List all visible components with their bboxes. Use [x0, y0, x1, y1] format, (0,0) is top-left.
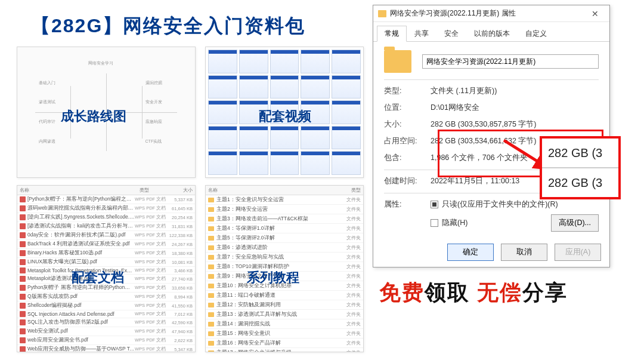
folder-row[interactable]: 主题17：网络安全之运维与升级文件夹: [206, 348, 363, 352]
pdf-icon: [20, 328, 26, 334]
pdf-icon: [20, 346, 26, 352]
cancel-button[interactable]: 取消: [501, 244, 547, 261]
pdf-icon: [20, 267, 26, 273]
folder-icon: [208, 245, 214, 250]
pdf-icon: [20, 294, 26, 300]
folder-row[interactable]: 主题12：安防触及漏洞利用文件夹: [206, 300, 363, 310]
pdf-icon: [20, 232, 26, 238]
folder-row[interactable]: 主题14：漏洞挖掘实战文件夹: [206, 319, 363, 329]
value-type: 文件夹 (.11月更新)): [431, 86, 599, 96]
tab-security[interactable]: 安全: [436, 26, 466, 41]
checkbox-hidden[interactable]: [431, 219, 438, 227]
file-row[interactable]: Python灰帽子 黑客与逆向工程师的Python编程之道.pdfWPS PDF…: [17, 284, 195, 293]
window-title: 网络安全学习资源(2022.11月更新) 属性: [390, 8, 584, 19]
label-size: 大小:: [384, 119, 431, 130]
tutorials-label: 系列教程: [247, 269, 299, 287]
folder-row[interactable]: 主题2：网络安全运营文件夹: [206, 205, 363, 214]
advanced-button[interactable]: 高级(D)...: [551, 214, 599, 232]
file-row[interactable]: Q版黑客实战攻防.pdfWPS PDF 文档8,994 KB: [17, 293, 195, 302]
pdf-icon: [20, 223, 26, 229]
folder-icon: [208, 312, 214, 317]
apply-button[interactable]: 应用(A): [555, 244, 601, 261]
label-attributes: 属性:: [384, 199, 431, 210]
tab-share[interactable]: 共享: [407, 26, 436, 41]
folder-row[interactable]: 主题4：等保测评1.0详解文件夹: [206, 224, 363, 233]
folder-icon: [208, 350, 214, 353]
folder-row[interactable]: 主题5：等保测评2.0详解文件夹: [206, 233, 363, 243]
tab-general[interactable]: 常规: [377, 26, 407, 42]
file-row[interactable]: 源码web漏洞挖掘实战指南分析及编程内部途径.pdfWPS PDF 文档61,6…: [17, 204, 195, 213]
videos-label: 配套视频: [259, 107, 311, 125]
docs-header: 名称 类型 大小: [17, 186, 195, 195]
folder-icon: [208, 341, 214, 346]
tab-strip: 常规 共享 安全 以前的版本 自定义: [373, 22, 609, 42]
folder-icon: [208, 236, 214, 241]
folder-icon: [208, 264, 214, 269]
label-type: 类型:: [384, 86, 431, 96]
folder-icon: [378, 10, 386, 17]
docs-thumbnail: 名称 类型 大小 [Python灰帽子：黑客与逆向]Python编程之黑客攻击手…: [17, 185, 196, 352]
folder-icon: [208, 331, 214, 336]
pdf-icon: [20, 241, 26, 247]
zoom-line-2: 282 GB (3: [542, 167, 618, 197]
folder-row[interactable]: 主题13：渗透测试工具详解与实战文件夹: [206, 310, 363, 319]
folder-row[interactable]: 主题11：端口令破解通道文件夹: [206, 291, 363, 300]
file-row[interactable]: Web应用安全威胁与防御——基于OWASP Top 10与ESAPI 的详解篇.…: [17, 345, 195, 352]
file-row[interactable]: Web安全测试.pdfWPS PDF 文档47,940 KB: [17, 327, 195, 336]
slogan: 免费领取 无偿分享: [379, 278, 568, 307]
pdf-icon: [20, 259, 26, 265]
value-location: D:\01网络安全: [431, 103, 599, 113]
checkbox-readonly[interactable]: [431, 201, 438, 208]
tutorials-header: 名称 类型: [206, 186, 363, 195]
file-row[interactable]: Metasploit Toolkit for Penetration Testi…: [17, 267, 195, 275]
file-row[interactable]: BackTrack 4 利用渗透测试保证系统安全.pdfWPS PDF 文档24…: [17, 240, 195, 249]
pdf-icon: [20, 311, 26, 317]
readonly-label: 只读(仅应用于文件夹中的文件)(R): [442, 199, 558, 210]
file-row[interactable]: web应用安全漏洞全书.pdfWPS PDF 文档2,622 KB: [17, 336, 195, 345]
tab-previous[interactable]: 以前的版本: [466, 26, 518, 41]
file-row[interactable]: Binary.Hacks 黑客秘笈100选.pdfWPS PDF 文档18,38…: [17, 249, 195, 258]
page-title: 【282G】网络安全入门资料包: [31, 13, 305, 39]
file-row[interactable]: [逆向工程实践].Syngress.Sockets.Shellcode.Port…: [17, 213, 195, 222]
folder-icon: [208, 255, 214, 260]
label-contains: 包含:: [384, 153, 431, 163]
pdf-icon: [20, 276, 26, 282]
pdf-icon: [20, 214, 26, 220]
pdf-icon: [20, 285, 26, 291]
file-row[interactable]: Shellcoder编程揭秘.pdfWPS PDF 文档41,550 KB: [17, 302, 195, 310]
folder-row[interactable]: 主题6：渗透测试进阶文件夹: [206, 243, 363, 253]
hidden-label: 隐藏(H): [442, 218, 467, 228]
folder-name-input[interactable]: [422, 54, 599, 69]
pdf-icon: [20, 303, 26, 309]
label-location: 位置:: [384, 103, 431, 113]
close-button[interactable]: ✕: [584, 7, 606, 20]
zoom-callout: 282 GB (3 282 GB (3: [540, 136, 621, 199]
file-row[interactable]: SQL Injection Attacks And Defense.pdfWPS…: [17, 310, 195, 318]
folder-row[interactable]: 主题3：网络攻击前沿——ATT&CK框架文件夹: [206, 214, 363, 224]
label-size-on-disk: 占用空间:: [384, 136, 431, 146]
tab-custom[interactable]: 自定义: [518, 26, 555, 41]
folder-row[interactable]: 主题7：安全应急响应与实战文件夹: [206, 253, 363, 262]
file-row[interactable]: [渗透测试实战指南：kali的攻击工具分析与检测.pdfWPS PDF 文档31…: [17, 222, 195, 231]
file-row[interactable]: Metasploit渗透测试指南.pdfWPS PDF 文档27,740 KB: [17, 275, 195, 284]
folder-icon: [208, 322, 214, 327]
label-created: 创建时间:: [384, 176, 431, 186]
folder-icon: [208, 274, 214, 279]
ok-button[interactable]: 确定: [447, 244, 494, 261]
folder-icon: [208, 226, 214, 231]
folder-icon: [208, 284, 214, 288]
folder-icon: [208, 207, 214, 212]
roadmap-label: 成长路线图: [61, 107, 126, 125]
value-size: 282 GB (303,530,857,875 字节): [431, 119, 599, 130]
zoom-line-1: 282 GB (3: [542, 139, 618, 167]
folder-row[interactable]: 主题1：安全意识与安全运营文件夹: [206, 195, 363, 205]
folder-row[interactable]: 主题16：网络安全产品详解文件夹: [206, 339, 363, 348]
folder-icon-large: [384, 50, 411, 73]
file-row[interactable]: SQL注入攻击与防御原书第2版.pdfWPS PDF 文档42,590 KB: [17, 318, 195, 327]
folder-icon: [208, 293, 214, 298]
folder-icon: [208, 217, 214, 222]
folder-row[interactable]: 主题15：网络安全意识文件夹: [206, 329, 363, 339]
file-row[interactable]: 0day安全：软件漏洞分析技术(第二版).pdfWPS PDF 文档122,33…: [17, 231, 195, 240]
file-row[interactable]: LINUX黑客大曝光(第三版).pdfWPS PDF 文档10,081 KB: [17, 258, 195, 267]
file-row[interactable]: [Python灰帽子：黑客与逆向]Python编程之黑客攻击手册.pdfWPS …: [17, 195, 195, 204]
